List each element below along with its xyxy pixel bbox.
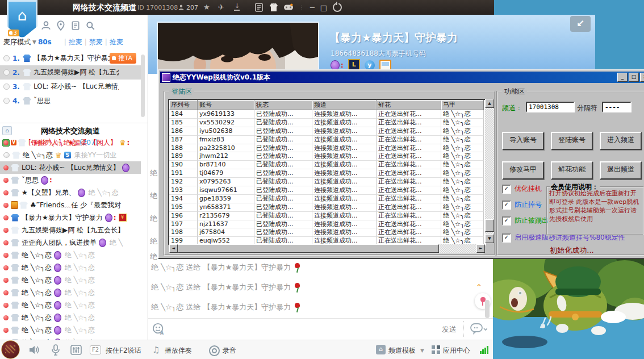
scroll-up-arrow[interactable]: ▲ bbox=[485, 99, 494, 108]
option-checkbox-row[interactable]: ✓优化挂机 bbox=[502, 184, 542, 194]
dialog-title-bar[interactable]: 绝恋YYWep脱机协议v0.1版本 _ □ × bbox=[160, 72, 644, 83]
mic-queue-item[interactable]: 2.九五娛樂傳媒▶阿 松【九五会长】 bbox=[0, 65, 141, 80]
chevron-down-icon[interactable]: ▼ bbox=[32, 39, 36, 45]
table-row[interactable]: 189jhwm212已登陆成功...连接频道成功...正在送出鲜花...绝 ╲☆… bbox=[169, 152, 485, 161]
game-center-icon[interactable] bbox=[284, 3, 293, 12]
channel-input[interactable] bbox=[526, 102, 575, 112]
table-header-cell[interactable]: 账号 bbox=[198, 100, 254, 110]
checkbox-icon[interactable]: ✓ bbox=[502, 185, 511, 194]
mic-queue-item[interactable]: 3.LOL: 花小贱~ 【Luc兄弟情义】 bbox=[0, 80, 141, 94]
change-vest-button[interactable]: 修改马甲 bbox=[502, 161, 544, 180]
import-accounts-button[interactable]: 导入账号 bbox=[502, 132, 544, 150]
speaker-icon[interactable] bbox=[28, 344, 40, 356]
member-row[interactable]: 绝 ╲☆╮恋绝 ╲☆╮恋 bbox=[0, 261, 141, 274]
chevron-up-icon[interactable]: ⌃ bbox=[476, 283, 482, 291]
separator-input[interactable] bbox=[602, 102, 632, 112]
member-row[interactable]: LOL: 花小贱~ 【Luc兄弟情义】 bbox=[0, 161, 141, 174]
table-row[interactable]: 195yn658371已登陆成功...连接频道成功...正在送出鲜花...绝 ╲… bbox=[169, 203, 485, 212]
minimize-button[interactable]: ─ bbox=[310, 3, 315, 12]
audio-mixer-icon[interactable] bbox=[70, 344, 82, 356]
member-row[interactable]: 歪歪商人团队，疯迸接单绝 ╲ bbox=[0, 236, 141, 249]
grab-mic-link[interactable]: 抢麦 bbox=[110, 38, 123, 46]
mic-mode-label[interactable]: 麦序模式 bbox=[3, 37, 31, 47]
option-checkbox-row[interactable]: ✓防止被踢出 bbox=[502, 216, 549, 226]
table-row[interactable]: 185vx5530292已登陆成功...连接频道成功...正在送出鲜花...绝 … bbox=[169, 119, 485, 127]
download-icon[interactable] bbox=[234, 4, 240, 11]
table-header-cell[interactable]: 状态 bbox=[254, 100, 312, 110]
table-vertical-scrollbar[interactable]: ▲ ▼ bbox=[485, 99, 494, 243]
location-icon[interactable] bbox=[56, 20, 66, 31]
member-row[interactable]: 绝 ╲☆╮恋绝 ╲☆╮恋 bbox=[0, 286, 141, 299]
channel-template[interactable]: 频道模板 bbox=[388, 346, 416, 356]
user-avatar[interactable] bbox=[1, 340, 20, 359]
talk-hint[interactable]: 按住F2说话 bbox=[106, 346, 141, 356]
table-row[interactable]: 186iyu502638已登陆成功...连接频道成功...正在送出鲜花...绝 … bbox=[169, 127, 485, 136]
microphone-icon[interactable] bbox=[50, 344, 61, 356]
music-note-icon[interactable]: ♫ bbox=[152, 345, 160, 355]
table-row[interactable]: 187fmxiz83已登陆成功...连接频道成功...正在送出鲜花...绝 ╲☆… bbox=[169, 136, 485, 144]
chat-mode-bubble-icon[interactable] bbox=[470, 323, 487, 336]
enter-channel-button[interactable]: 进入频道 bbox=[600, 132, 642, 150]
yy-home-icon[interactable] bbox=[269, 3, 278, 12]
play-accompaniment[interactable]: 播放伴奏 bbox=[165, 346, 192, 356]
login-accounts-button[interactable]: 登陆账号 bbox=[551, 132, 593, 150]
member-row[interactable]: V[钰彤男人]、★温柔 【闲人】♛: bbox=[0, 136, 141, 149]
member-row[interactable]: 绝 ╲☆╮恋绝 ╲☆╮恋 bbox=[0, 299, 141, 311]
mic-queue-item[interactable]: 1.【暴力★暴力天】守护暴力推TA bbox=[0, 51, 141, 65]
member-row[interactable]: 绝 ╲☆╮恋绝 ╲☆╮恋 bbox=[0, 249, 141, 261]
push-ta-button[interactable]: 推TA bbox=[110, 53, 136, 64]
checkbox-icon[interactable]: ✓ bbox=[502, 216, 511, 226]
flower-function-button[interactable]: 鲜花功能 bbox=[551, 161, 593, 180]
contacts-icon[interactable] bbox=[41, 20, 51, 31]
member-row[interactable]: 【暴力★暴力天】守护暴力:¥ bbox=[0, 211, 141, 224]
table-row[interactable]: 191tj04679已登陆成功...连接频道成功...正在送出鲜花...绝 ╲☆… bbox=[169, 169, 485, 178]
member-row[interactable]: 绝 ╲☆╮恋绝 ╲☆╮恋 bbox=[0, 324, 141, 336]
emoticon-icon[interactable]: A bbox=[152, 323, 165, 335]
table-header-cell[interactable]: 序列号 bbox=[169, 100, 198, 110]
exit-channel-button[interactable]: 退出频道 bbox=[600, 161, 642, 180]
favorite-star-icon[interactable]: ★ bbox=[203, 3, 210, 11]
like-badge[interactable]: 3 bbox=[8, 30, 19, 36]
sidebar-scrollbar[interactable] bbox=[141, 55, 145, 117]
table-header-cell[interactable]: 频道 bbox=[312, 100, 377, 110]
dialog-minimize-button[interactable]: _ bbox=[617, 73, 628, 82]
table-row[interactable]: 192x0795263已登陆成功...连接频道成功...正在送出鲜花...绝 ╲… bbox=[169, 178, 485, 186]
scroll-right-arrow[interactable]: ► bbox=[476, 244, 485, 253]
member-row[interactable]: 绝 ╲☆╮恋♛S承接YY一切业 bbox=[0, 149, 141, 161]
member-row[interactable]: 九五娛樂傳媒▶阿 松【九五会长】 bbox=[0, 224, 141, 236]
record-icon[interactable] bbox=[209, 345, 220, 356]
scroll-thumb[interactable] bbox=[485, 219, 494, 232]
app-center-icon[interactable] bbox=[432, 345, 440, 354]
scroll-down-arrow[interactable]: ▼ bbox=[485, 234, 494, 243]
table-row[interactable]: 188pa2325810已登陆成功...连接频道成功...正在送出鲜花...绝 … bbox=[169, 144, 485, 153]
table-row[interactable]: 197njz11637已登陆成功...连接频道成功...正在送出鲜花...绝 ╲… bbox=[169, 220, 485, 229]
app-center[interactable]: 应用中心 bbox=[443, 346, 470, 356]
table-header-cell[interactable]: 鲜花 bbox=[377, 100, 441, 110]
checkbox-icon[interactable]: ✓ bbox=[502, 201, 511, 210]
jet-vip-icon[interactable]: ✈ bbox=[218, 3, 224, 11]
member-row[interactable]: ˇ思思: bbox=[0, 174, 141, 186]
table-row[interactable]: 190br87140已登陆成功...连接频道成功...正在送出鲜花...绝 ╲☆… bbox=[169, 161, 485, 169]
chat-scrollbar[interactable] bbox=[485, 300, 490, 318]
scroll-thumb[interactable] bbox=[178, 244, 439, 253]
collapse-video-button[interactable]: ↙ bbox=[570, 16, 591, 32]
dialog-maximize-button[interactable]: □ bbox=[629, 73, 639, 82]
mic-queue-item[interactable]: 4.ˇ思思 bbox=[0, 94, 141, 108]
member-row[interactable]: 绝 ╲☆╮恋绝 ╲☆╮恋 bbox=[0, 311, 141, 324]
scroll-left-arrow[interactable]: ◄ bbox=[169, 244, 178, 253]
bird-icon[interactable]: y bbox=[365, 60, 375, 70]
maximize-button[interactable]: □ bbox=[320, 3, 327, 12]
option-checkbox-row[interactable]: ✓防止掉号 bbox=[502, 200, 542, 210]
table-row[interactable]: 193isqwu97661已登陆成功...连接频道成功...正在送出鲜花...绝… bbox=[169, 186, 485, 195]
table-header-cell[interactable]: 马甲 bbox=[441, 100, 484, 110]
table-row[interactable]: 198j675804已登陆成功...连接频道成功...正在送出鲜花...绝 ╲☆… bbox=[169, 228, 485, 237]
table-row[interactable]: 194gpe18359已登陆成功...连接频道成功...正在送出鲜花...绝 ╲… bbox=[169, 195, 485, 203]
dialog-close-button[interactable]: × bbox=[640, 73, 644, 82]
chevron-down-icon[interactable]: ▼ bbox=[420, 348, 424, 353]
chat-input[interactable] bbox=[168, 321, 437, 338]
send-button[interactable]: 发送 bbox=[442, 324, 457, 335]
search-icon[interactable] bbox=[85, 20, 95, 31]
power-button[interactable] bbox=[333, 3, 342, 12]
member-row[interactable]: ★【义盟】兄弟、绝 ╲☆╮恋 bbox=[0, 186, 141, 199]
channel-template-icon[interactable]: ⌂ bbox=[376, 345, 386, 354]
